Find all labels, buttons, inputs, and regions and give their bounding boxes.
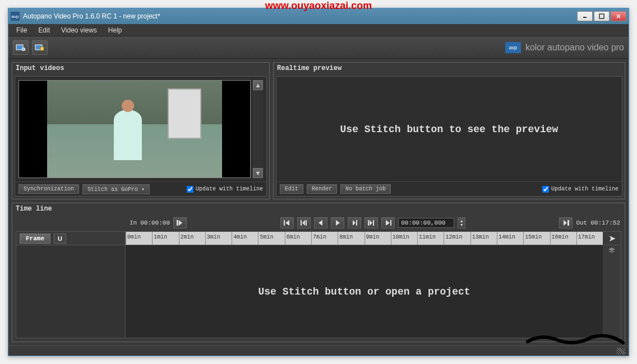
svg-marker-23: [386, 220, 390, 226]
input-videos-panel: Input videos ▲ ▼: [12, 62, 270, 199]
svg-marker-10: [179, 220, 182, 226]
svg-rect-20: [368, 220, 369, 226]
render-button[interactable]: Render: [307, 184, 337, 194]
svg-marker-14: [302, 220, 305, 226]
ruler-tick: 13min: [470, 232, 497, 245]
ruler-tick: 14min: [497, 232, 523, 245]
timeline-track-labels: [16, 245, 126, 338]
layers-tool-icon[interactable]: [607, 246, 616, 255]
prev-frame-button[interactable]: [314, 217, 327, 228]
ruler-tick: 6min: [285, 232, 311, 245]
ruler-tick: 9min: [364, 232, 391, 245]
ruler-tick: 16min: [550, 232, 576, 245]
ruler-tick: 5min: [258, 232, 284, 245]
realtime-preview-panel: Realtime preview Use Stitch button to se…: [273, 62, 625, 199]
ruler-tick: 0min: [126, 232, 152, 245]
toolbar: avp kolor autopano video pro: [8, 36, 629, 59]
ruler-tick: 17min: [576, 232, 603, 245]
input-update-timeline-checkbox[interactable]: Update with timeline: [187, 186, 263, 193]
ruler-tick: 11min: [417, 232, 444, 245]
close-button[interactable]: [611, 11, 626, 21]
frame-button[interactable]: Frame: [20, 234, 50, 244]
stitch-gopro-button[interactable]: Stitch as GoPro ▾: [82, 184, 150, 194]
play-button[interactable]: [331, 217, 344, 228]
ruler-tick: 7min: [311, 232, 338, 245]
menu-video-views[interactable]: Video views: [56, 25, 103, 36]
edit-button[interactable]: Edit: [280, 184, 303, 194]
maximize-button[interactable]: [594, 11, 610, 21]
svg-rect-15: [306, 220, 307, 226]
in-label: In: [130, 220, 137, 226]
ruler-tick: 3min: [205, 232, 232, 245]
menu-file[interactable]: File: [11, 25, 33, 36]
resize-grip-icon[interactable]: [616, 348, 625, 354]
set-in-button[interactable]: [173, 217, 187, 228]
scroll-up-icon[interactable]: ▲: [253, 80, 263, 90]
svg-marker-28: [608, 250, 615, 253]
next-frame-button[interactable]: [348, 217, 361, 228]
input-panel-title: Input videos: [12, 63, 269, 74]
svg-marker-12: [285, 220, 289, 226]
main-area: Input videos ▲ ▼: [8, 59, 629, 346]
step-back-button[interactable]: [297, 217, 311, 228]
svg-rect-9: [177, 220, 178, 226]
ruler-tick: 2min: [179, 232, 205, 245]
minimize-button[interactable]: [577, 11, 593, 21]
window-title: Autopano Video Pro 1.6.0 RC 1 - new proj…: [23, 12, 577, 20]
tool-open-project[interactable]: [32, 40, 48, 55]
thumb-scrollbar[interactable]: ▲ ▼: [253, 80, 263, 178]
ruler-tick: 1min: [152, 232, 178, 245]
timeline-panel: Time line In 00:00:00 ▲▼ Out 00:17:5: [12, 203, 625, 342]
tool-add-video[interactable]: [13, 40, 29, 55]
svg-marker-21: [370, 220, 372, 226]
svg-rect-13: [301, 220, 302, 226]
go-start-button[interactable]: [280, 217, 294, 228]
timeline-message: Use Stitch button or open a project: [126, 245, 603, 338]
time-stepper[interactable]: ▲▼: [458, 217, 465, 228]
timeline-controls: In 00:00:00 ▲▼ Out 00:17:52: [12, 214, 625, 231]
watermark-text: www.ouyaoxiazai.com: [265, 0, 372, 12]
batch-job-button[interactable]: No batch job: [340, 184, 391, 194]
svg-rect-11: [284, 220, 285, 226]
pointer-tool-icon[interactable]: ➤: [608, 233, 616, 244]
svg-marker-16: [318, 220, 322, 226]
preview-update-label: Update with timeline: [551, 186, 618, 192]
video-thumbnail[interactable]: [19, 80, 251, 178]
svg-marker-17: [336, 220, 340, 226]
current-time-input[interactable]: [398, 218, 454, 228]
brand: avp kolor autopano video pro: [505, 42, 624, 53]
input-update-label: Update with timeline: [196, 186, 263, 192]
menu-edit[interactable]: Edit: [33, 25, 56, 36]
ruler-tick: 8min: [338, 232, 364, 245]
out-label: Out: [576, 220, 587, 226]
ruler-tick: 12min: [444, 232, 470, 245]
svg-rect-22: [373, 220, 374, 226]
ruler-tick: 4min: [232, 232, 258, 245]
in-time: 00:00:00: [140, 220, 170, 226]
scroll-down-icon[interactable]: ▼: [253, 168, 263, 178]
svg-rect-18: [356, 220, 357, 226]
timeline-ruler[interactable]: 0min1min2min3min4min5min6min7min8min9min…: [126, 232, 603, 245]
brand-icon: avp: [505, 42, 521, 53]
menu-help[interactable]: Help: [103, 25, 128, 36]
step-fwd-button[interactable]: [364, 217, 378, 228]
timeline-title: Time line: [12, 203, 625, 214]
app-icon: avp: [11, 12, 20, 21]
synchronization-button[interactable]: Synchronization: [19, 184, 79, 194]
menubar: File Edit Video views Help: [8, 24, 629, 36]
svg-rect-1: [599, 14, 604, 18]
statusbar: [8, 346, 629, 356]
svg-rect-26: [567, 220, 569, 226]
svg-marker-25: [564, 220, 567, 226]
go-end-button[interactable]: [381, 217, 395, 228]
brand-text: kolor autopano video pro: [525, 43, 624, 53]
preview-update-timeline-checkbox[interactable]: Update with timeline: [542, 186, 618, 193]
preview-update-checkbox-box[interactable]: [542, 186, 549, 193]
preview-message: Use Stitch button to see the preview: [276, 77, 622, 181]
ruler-tick: 15min: [523, 232, 550, 245]
input-update-checkbox-box[interactable]: [187, 186, 193, 193]
preview-panel-title: Realtime preview: [274, 63, 625, 74]
svg-marker-19: [353, 220, 356, 226]
magnet-button[interactable]: U: [54, 234, 66, 244]
set-out-button[interactable]: [559, 217, 573, 228]
